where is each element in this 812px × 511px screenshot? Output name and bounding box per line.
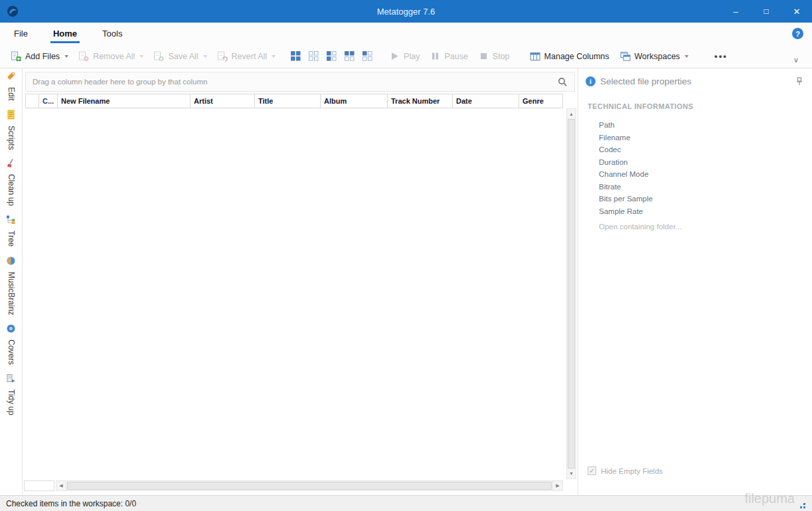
stop-button[interactable]: Stop — [473, 48, 515, 64]
hide-empty-fields-control[interactable]: ✓ Hide Empty Fields — [588, 466, 663, 475]
minimize-button[interactable]: – — [720, 0, 751, 23]
grid-body-empty[interactable] — [25, 108, 562, 480]
view-layout-2-icon[interactable] — [309, 51, 319, 61]
view-layout-1-icon[interactable] — [291, 51, 301, 61]
window-title: Metatogger 7.6 — [0, 7, 812, 17]
scroll-up-arrow[interactable]: ▲ — [567, 109, 576, 119]
remove-all-icon — [78, 51, 89, 62]
property-label-codec: Codec — [599, 146, 812, 153]
stop-icon — [479, 51, 489, 61]
revert-all-button[interactable]: Revert All ▾ — [212, 48, 281, 65]
column-header-track-number[interactable]: Track Number — [388, 94, 453, 108]
window-controls: – □ ✕ — [720, 0, 812, 23]
sidebar-item-label: MusicBrainz — [7, 272, 16, 315]
sidebar-item-musicbrainz[interactable]: MusicBrainz — [6, 256, 16, 315]
manage-columns-button[interactable]: Manage Columns — [525, 48, 615, 65]
add-files-label: Add Files — [25, 52, 60, 61]
property-label-bitrate: Bitrate — [599, 183, 812, 191]
search-icon[interactable] — [558, 77, 568, 87]
maximize-button[interactable]: □ — [751, 0, 781, 23]
properties-panel-header: i Selected file properties — [578, 68, 812, 86]
ribbon-tabs: File Home Tools ? — [0, 23, 812, 45]
property-label-filename: Filename — [599, 134, 812, 142]
save-all-button[interactable]: Save All ▾ — [148, 48, 211, 65]
app-icon — [7, 5, 19, 17]
open-containing-folder-link[interactable]: Open containing folder... — [599, 223, 812, 231]
remove-all-button[interactable]: Remove All ▾ — [73, 48, 148, 65]
add-files-button[interactable]: Add Files ▾ — [5, 48, 73, 65]
close-button[interactable]: ✕ — [781, 0, 812, 23]
scroll-down-arrow[interactable]: ▼ — [567, 468, 576, 478]
column-header-checked[interactable]: C... — [39, 94, 58, 108]
property-label-bits-per-sample: Bits per Sample — [599, 195, 812, 203]
pause-label: Pause — [444, 52, 467, 61]
left-sidebar: Edit Scripts Clean up Tree MusicBrainz C… — [0, 68, 23, 495]
toolbar-more-button[interactable]: ••• — [710, 49, 732, 64]
sidebar-item-label: Tree — [7, 231, 16, 247]
sidebar-item-label: Tidy up — [7, 389, 16, 415]
sidebar-item-label: Scripts — [7, 126, 16, 150]
file-grid: Drag a column header here to group by th… — [23, 68, 578, 495]
vertical-scrollbar: ▲ ▼ — [566, 108, 576, 479]
workspaces-button[interactable]: Workspaces ▾ — [615, 48, 694, 65]
properties-field-list: Path Filename Codec Duration Channel Mod… — [599, 121, 812, 215]
play-button[interactable]: Play — [384, 48, 425, 64]
property-label-sample-rate: Sample Rate — [599, 207, 812, 215]
column-header-artist[interactable]: Artist — [191, 94, 255, 108]
info-icon: i — [586, 76, 596, 86]
toolbar: Add Files ▾ Remove All ▾ Save All ▾ Reve… — [0, 45, 812, 68]
horizontal-scroll-thumb[interactable] — [67, 482, 552, 490]
horizontal-scrollbar: ◀ ▶ — [24, 480, 563, 491]
titlebar: Metatogger 7.6 – □ ✕ — [0, 0, 812, 23]
column-header-album[interactable]: Album — [321, 94, 388, 108]
scroll-right-arrow[interactable]: ▶ — [552, 480, 563, 491]
view-layout-group — [291, 51, 372, 61]
sidebar-item-tree[interactable]: Tree — [6, 215, 16, 247]
view-layout-3-icon[interactable] — [327, 51, 337, 61]
pin-icon[interactable] — [795, 77, 803, 86]
save-all-icon — [153, 51, 164, 62]
resize-grip[interactable] — [797, 502, 805, 508]
help-icon[interactable]: ? — [792, 28, 803, 39]
chevron-down-icon: ▾ — [272, 53, 276, 59]
sidebar-item-label: Edit — [7, 87, 16, 101]
tab-home[interactable]: Home — [50, 24, 80, 43]
hide-empty-fields-label: Hide Empty Fields — [601, 467, 663, 475]
revert-all-label: Revert All — [232, 52, 268, 61]
manage-columns-label: Manage Columns — [544, 52, 609, 61]
technical-informations-section-title: TECHNICAL INFORMATIONS — [588, 102, 812, 110]
remove-all-label: Remove All — [93, 52, 135, 61]
hide-empty-fields-checkbox[interactable]: ✓ — [588, 466, 596, 475]
group-by-bar[interactable]: Drag a column header here to group by th… — [25, 72, 575, 92]
tab-file[interactable]: File — [11, 24, 31, 43]
add-files-icon — [11, 51, 21, 62]
sidebar-item-scripts[interactable]: Scripts — [6, 110, 16, 150]
column-header-date[interactable]: Date — [453, 94, 519, 108]
workspaces-icon — [620, 51, 631, 62]
grid-header-row: C... New Filename Artist Title Album Tra… — [25, 94, 563, 108]
column-header-genre[interactable]: Genre — [519, 94, 563, 108]
sidebar-item-covers[interactable]: Covers — [6, 324, 16, 365]
status-bar: Checked items in the workspace: 0/0 — [0, 495, 812, 511]
clean-up-icon — [6, 158, 16, 171]
scroll-left-arrow[interactable]: ◀ — [56, 480, 66, 491]
pause-button[interactable]: Pause — [425, 48, 473, 64]
view-layout-5-icon[interactable] — [363, 51, 372, 61]
property-label-path: Path — [599, 121, 812, 129]
ribbon-collapse-chevron-icon[interactable]: ∨ — [791, 54, 801, 66]
status-text: Checked items in the workspace: 0/0 — [6, 499, 136, 508]
vertical-scroll-thumb[interactable] — [568, 119, 575, 468]
sidebar-item-tidy-up[interactable]: Tidy up — [6, 373, 16, 415]
tab-tools[interactable]: Tools — [99, 24, 125, 43]
sidebar-item-label: Clean up — [7, 174, 16, 206]
media-controls: Play Pause Stop — [384, 48, 515, 64]
sidebar-item-edit[interactable]: Edit — [6, 71, 16, 101]
play-icon — [390, 51, 400, 61]
chevron-down-icon: ▾ — [64, 53, 68, 59]
column-header-title[interactable]: Title — [255, 94, 321, 108]
group-by-hint: Drag a column header here to group by th… — [33, 78, 207, 86]
column-header-new-filename[interactable]: New Filename — [58, 94, 191, 108]
scripts-icon — [6, 110, 16, 122]
view-layout-4-icon[interactable] — [345, 51, 355, 61]
sidebar-item-clean-up[interactable]: Clean up — [6, 158, 16, 206]
